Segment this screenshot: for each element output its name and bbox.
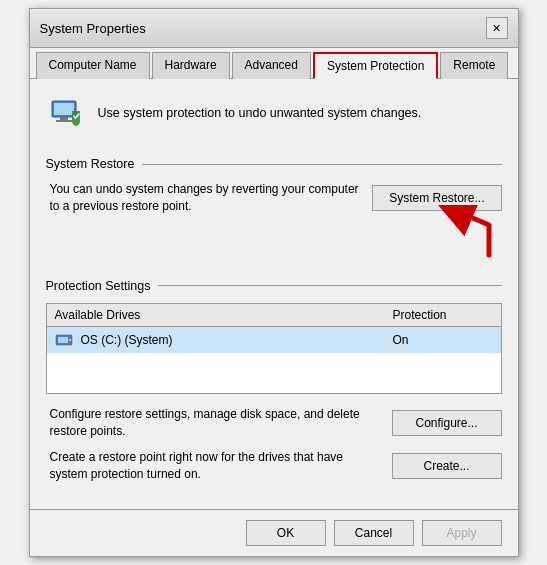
svg-rect-2 (60, 117, 68, 120)
create-button[interactable]: Create... (392, 453, 502, 479)
drive-name: OS (C:) (System) (55, 332, 393, 348)
drives-table: Available Drives Protection OS (C:) (Sys… (46, 303, 502, 394)
tab-computer-name[interactable]: Computer Name (36, 52, 150, 79)
empty-table-rows (47, 353, 501, 393)
apply-button[interactable]: Apply (422, 520, 502, 546)
shield-computer-icon (46, 93, 86, 133)
drive-icon (55, 332, 75, 348)
drives-table-header: Available Drives Protection (47, 304, 501, 327)
col-header-drives: Available Drives (55, 308, 393, 322)
ok-button[interactable]: OK (246, 520, 326, 546)
section-divider (142, 164, 501, 165)
tab-advanced[interactable]: Advanced (232, 52, 311, 79)
create-description: Create a restore point right now for the… (50, 449, 382, 483)
system-restore-header: System Restore (46, 157, 502, 171)
configure-row: Configure restore settings, manage disk … (46, 406, 502, 440)
cancel-button[interactable]: Cancel (334, 520, 414, 546)
dialog-footer: OK Cancel Apply (30, 509, 518, 556)
arrow-area (46, 215, 502, 263)
title-bar: System Properties ✕ (30, 9, 518, 48)
tab-content: Use system protection to undo unwanted s… (30, 79, 518, 509)
col-header-protection: Protection (393, 308, 493, 322)
info-text: Use system protection to undo unwanted s… (98, 106, 422, 120)
red-arrow-icon (404, 205, 494, 260)
system-restore-section: System Restore You can undo system chang… (46, 157, 502, 263)
tab-system-protection[interactable]: System Protection (313, 52, 438, 79)
configure-button[interactable]: Configure... (392, 410, 502, 436)
table-row[interactable]: OS (C:) (System) On (47, 327, 501, 353)
protection-settings-label: Protection Settings (46, 279, 151, 293)
system-restore-label: System Restore (46, 157, 135, 171)
section-divider-2 (158, 285, 501, 286)
system-properties-dialog: System Properties ✕ Computer Name Hardwa… (29, 8, 519, 557)
info-row: Use system protection to undo unwanted s… (46, 93, 502, 141)
svg-rect-3 (56, 120, 72, 122)
svg-point-7 (68, 338, 71, 341)
configure-description: Configure restore settings, manage disk … (50, 406, 382, 440)
drive-protection-status: On (393, 333, 493, 347)
protection-settings-section: Protection Settings Available Drives Pro… (46, 279, 502, 483)
tab-hardware[interactable]: Hardware (152, 52, 230, 79)
close-button[interactable]: ✕ (486, 17, 508, 39)
tab-remote[interactable]: Remote (440, 52, 508, 79)
svg-rect-1 (54, 103, 74, 115)
restore-description: You can undo system changes by reverting… (50, 181, 363, 215)
tab-bar: Computer Name Hardware Advanced System P… (30, 48, 518, 79)
dialog-title: System Properties (40, 21, 146, 36)
svg-rect-6 (58, 337, 68, 343)
protection-settings-header: Protection Settings (46, 279, 502, 293)
create-row: Create a restore point right now for the… (46, 449, 502, 483)
